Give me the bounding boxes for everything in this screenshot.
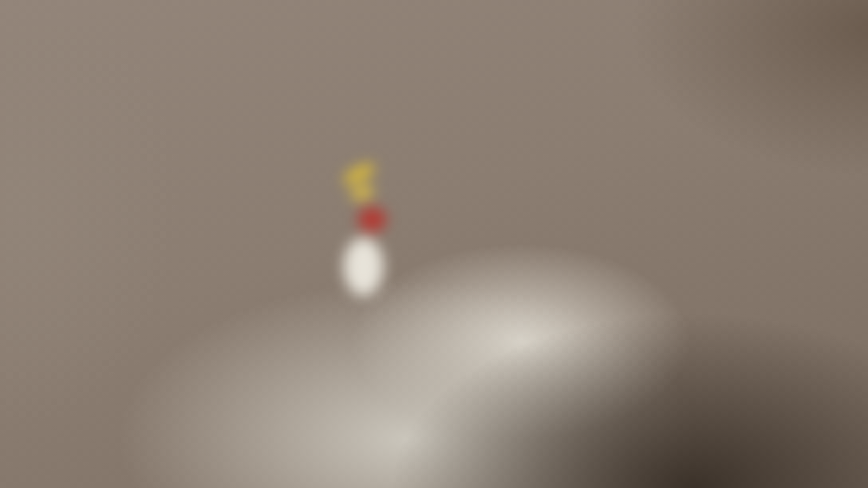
- desktop: Home ♻ Trash Folio Tuesday March 18 09:4…: [0, 0, 868, 488]
- wallpaper-bird-driftwood: [0, 0, 868, 488]
